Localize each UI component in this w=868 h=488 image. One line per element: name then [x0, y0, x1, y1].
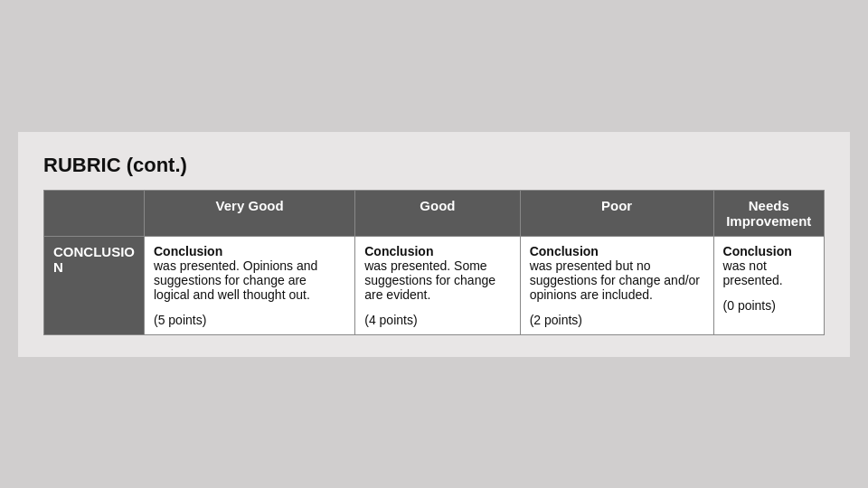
ni-points: (0 points) [723, 298, 815, 313]
header-needs-improvement: Needs Improvement [713, 190, 824, 236]
header-poor: Poor [520, 190, 713, 236]
poor-points: (2 points) [530, 313, 704, 327]
cell-good: Conclusion was presented. Some suggestio… [355, 236, 520, 334]
very-good-points: (5 points) [154, 313, 345, 327]
rubric-table: Very Good Good Poor Needs Improvement CO… [43, 190, 825, 335]
header-good: Good [355, 190, 520, 236]
row-label: CONCLUSIO N [44, 236, 145, 334]
cell-poor: Conclusion was presented but no suggesti… [520, 236, 713, 334]
cell-very-good: Conclusion was presented. Opinions and s… [145, 236, 355, 334]
page-title: RUBRIC (cont.) [43, 154, 825, 177]
cell-needs-improvement: Conclusion was not presented. (0 points) [713, 236, 824, 334]
good-text: Conclusion was presented. Some suggestio… [364, 244, 510, 302]
good-points: (4 points) [364, 313, 510, 327]
page-container: RUBRIC (cont.) Very Good Good Poor Needs… [18, 132, 850, 357]
poor-text: Conclusion was presented but no suggesti… [530, 244, 704, 302]
header-empty [44, 190, 145, 236]
ni-text: Conclusion was not presented. [723, 244, 815, 287]
header-very-good: Very Good [145, 190, 355, 236]
very-good-text: Conclusion was presented. Opinions and s… [154, 244, 345, 302]
table-row: CONCLUSIO N Conclusion was presented. Op… [44, 236, 825, 334]
